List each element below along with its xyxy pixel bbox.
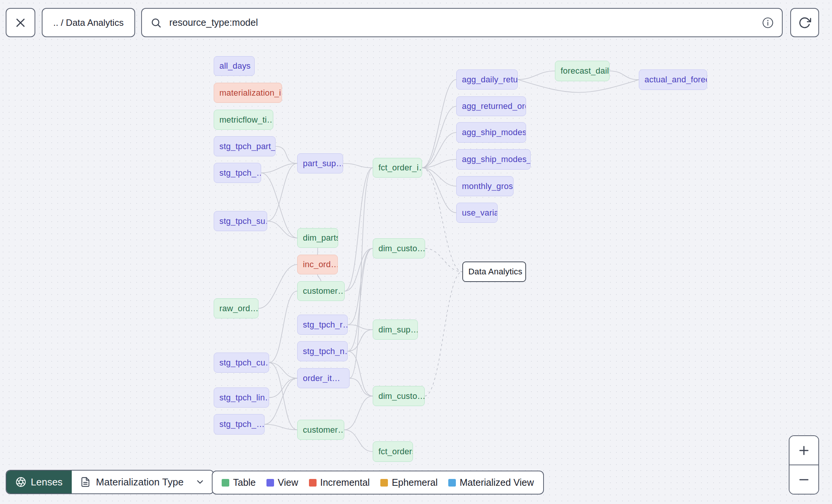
legend-swatch-ephemeral [380,479,388,487]
graph-node-stg_tpch_su[interactable]: stg_tpch_su… [214,211,267,231]
graph-node-agg_daily_retur[interactable]: agg_daily_retur… [456,69,518,90]
legend-swatch-view [266,479,274,487]
graph-node-customer_b[interactable]: customer… [297,420,344,440]
legend-label-incremental: Incremental [320,477,370,488]
refresh-button[interactable] [790,8,819,37]
legend-item-incremental: Incremental [309,477,370,488]
graph-node-dim_parts[interactable]: dim_parts [297,228,338,248]
graph-node-stg_tpch_cu[interactable]: stg_tpch_cu… [214,353,269,373]
legend-swatch-table [222,479,229,487]
lenses-control: Lenses Materialization Type [6,470,214,494]
legend-swatch-materialized-view [448,479,456,487]
plus-icon [797,444,811,457]
zoom-out-button[interactable] [789,465,818,494]
graph-node-inc_ord[interactable]: inc_ord… [297,255,338,274]
legend-swatch-incremental [309,479,317,487]
legend-item-view: View [266,477,298,488]
graph-node-use_varia[interactable]: use_varia… [456,203,498,223]
chevron-down-icon [195,477,205,487]
graph-node-materialization_i[interactable]: materialization_i… [214,83,282,103]
graph-node-dim_sup[interactable]: dim_sup… [373,320,418,340]
graph-node-forecast_daily[interactable]: forecast_daily… [555,61,610,81]
graph-node-stg_tpch_b[interactable]: stg_tpch_… [214,414,265,435]
graph-node-stg_tpch_part[interactable]: stg_tpch_part_… [214,136,276,156]
graph-node-fct_order_i[interactable]: fct_order_i… [373,158,422,178]
legend-item-table: Table [222,477,256,488]
graph-node-monthly_gross[interactable]: monthly_gross… [456,176,514,196]
legend-label-materialized-view: Materialized View [460,477,534,488]
search-bar[interactable] [141,8,783,37]
document-icon [80,477,91,487]
info-icon[interactable] [762,17,774,28]
graph-node-part_sup[interactable]: part_sup… [297,153,343,173]
search-input[interactable] [169,17,755,28]
graph-node-dim_custo_b[interactable]: dim_custo… [373,386,425,406]
graph-node-metricflow_ti[interactable]: metricflow_ti… [214,110,273,130]
refresh-icon [798,16,811,29]
node-layer: all_daysmaterialization_i…metricflow_ti…… [0,0,832,504]
legend-label-table: Table [233,477,256,488]
graph-node-customer_a[interactable]: customer… [297,281,345,301]
breadcrumb[interactable]: .. / Data Analytics [42,8,135,37]
close-button[interactable] [6,8,35,37]
lenses-label: Lenses [31,476,63,488]
legend-label-view: View [278,477,298,488]
lenses-button[interactable]: Lenses [6,471,72,493]
graph-node-agg_returned_orde[interactable]: agg_returned_orde… [456,96,526,116]
graph-node-raw_ord[interactable]: raw_ord… [214,298,258,318]
graph-node-fct_orders[interactable]: fct_orders [373,441,413,462]
legend-item-ephemeral: Ephemeral [380,477,438,488]
zoom-control [789,435,819,495]
graph-node-stg_tpch_a[interactable]: stg_tpch_… [214,163,261,183]
breadcrumb-label: .. / Data Analytics [53,17,123,28]
close-icon [14,17,27,29]
graph-node-agg_ship_modes_ha[interactable]: agg_ship_modes_ha… [456,149,531,170]
graph-node-stg_tpch_lin[interactable]: stg_tpch_lin… [214,387,269,408]
graph-node-dim_custo_a[interactable]: dim_custo… [373,238,425,258]
legend-label-ephemeral: Ephemeral [392,477,438,488]
minus-icon [797,473,811,487]
graph-node-actual_and_foreca[interactable]: actual_and_foreca… [639,69,707,90]
lineage-canvas[interactable]: all_daysmaterialization_i…metricflow_ti…… [0,0,832,504]
graph-node-stg_tpch_n[interactable]: stg_tpch_n… [297,341,348,361]
lens-selector[interactable]: Materialization Type [72,471,213,493]
zoom-in-button[interactable] [789,436,818,465]
graph-node-stg_tpch_r[interactable]: stg_tpch_r… [297,315,348,335]
graph-node-all_days[interactable]: all_days [214,56,255,76]
legend: TableViewIncrementalEphemeralMaterialize… [212,471,544,495]
aperture-icon [16,477,26,487]
search-icon [150,17,162,28]
graph-node-order_it[interactable]: order_it… [297,368,350,388]
legend-item-materialized-view: Materialized View [448,477,534,488]
graph-node-exposure_da[interactable]: Data Analytics | … [462,261,526,282]
graph-node-agg_ship_modes_d[interactable]: agg_ship_modes_d… [456,122,526,143]
lens-selected-label: Materialization Type [96,476,184,488]
